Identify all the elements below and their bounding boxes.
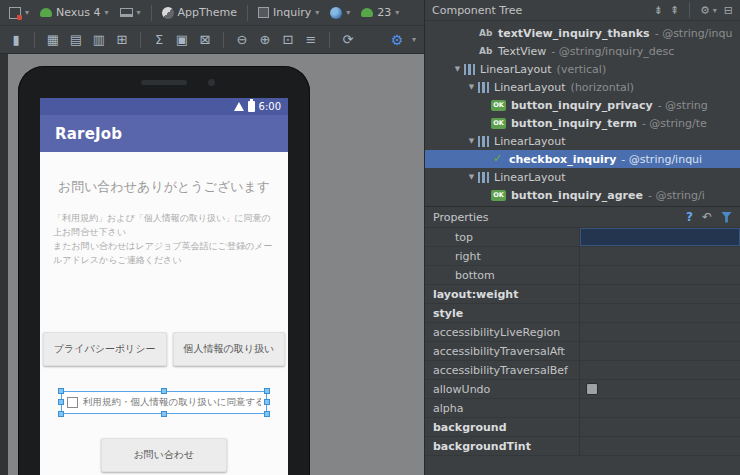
property-row-alpha[interactable]: alpha	[425, 399, 740, 418]
property-name[interactable]: background	[425, 418, 580, 436]
refresh-icon[interactable]: ⟳	[340, 32, 356, 47]
tree-item-detail: (vertical)	[557, 63, 607, 76]
property-name[interactable]: right	[425, 247, 580, 265]
property-name[interactable]: top	[425, 228, 580, 246]
checkbox-box[interactable]	[67, 397, 78, 408]
property-row-allow-undo[interactable]: allowUndo	[425, 380, 740, 399]
settings-gear-icon[interactable]: ⚙	[389, 32, 405, 48]
property-name[interactable]: style	[425, 304, 580, 322]
scroll-down-icon[interactable]: ⇟	[653, 4, 662, 17]
selected-checkbox-widget[interactable]: 利用規約・個人情報の取り扱いに同意する	[61, 391, 267, 414]
property-value[interactable]	[580, 228, 740, 246]
selection-handle[interactable]	[58, 411, 64, 417]
tree-item-label: LinearLayout	[494, 135, 566, 148]
undo-icon[interactable]: ↶	[702, 210, 712, 224]
expand-arrow-icon[interactable]: ▼	[465, 83, 478, 91]
terms-button[interactable]: 個人情報の取り扱い	[173, 332, 286, 366]
selection-handle[interactable]	[161, 388, 167, 394]
property-row-right[interactable]: right	[425, 247, 740, 266]
blueprint-mode-icon[interactable]: ▤	[68, 32, 84, 47]
property-name[interactable]: alpha	[425, 399, 580, 417]
property-value[interactable]	[580, 266, 740, 284]
tree-item-linearlayout-3[interactable]: ▼ LinearLayout	[425, 168, 740, 186]
tree-item-button-term[interactable]: OK button_inquiry_term - @string/te	[425, 114, 740, 132]
thanks-textview[interactable]: お問い合わせありがとうございます	[40, 178, 288, 196]
property-row-accessibility-live-region[interactable]: accessibilityLiveRegion	[425, 323, 740, 342]
device-selector[interactable]: Nexus 4 ▾	[36, 4, 113, 21]
selection-handle[interactable]	[264, 399, 270, 405]
property-row-background[interactable]: background	[425, 418, 740, 437]
tree-item-linearlayout-vertical[interactable]: ▼ LinearLayout (vertical)	[425, 60, 740, 78]
tree-item-button-agree[interactable]: OK button_inquiry_agree - @string/i	[425, 186, 740, 204]
grid-icon[interactable]: ⊞	[114, 32, 130, 47]
property-name[interactable]: bottom	[425, 266, 580, 284]
property-value[interactable]	[580, 304, 740, 322]
property-value[interactable]	[580, 342, 740, 360]
designer-surface-selector[interactable]: ▾	[5, 5, 33, 21]
property-row-style[interactable]: style	[425, 304, 740, 323]
property-value[interactable]	[580, 247, 740, 265]
property-row-accessibility-traversal-after[interactable]: accessibilityTraversalAft	[425, 342, 740, 361]
property-row-accessibility-traversal-before[interactable]: accessibilityTraversalBef	[425, 361, 740, 380]
expand-arrow-icon[interactable]: ▼	[451, 65, 464, 73]
property-value[interactable]	[580, 418, 740, 436]
gear-icon[interactable]: ⚙	[700, 4, 710, 17]
tree-item-label: LinearLayout	[494, 171, 566, 184]
lines-icon[interactable]: ≡	[303, 32, 319, 47]
help-icon[interactable]: ?	[686, 210, 693, 224]
filter-icon[interactable]	[721, 212, 732, 223]
design-surface[interactable]: 6:00 RareJob お問い合わせありがとうございます 「利用規約」および「…	[0, 54, 424, 475]
property-row-layout-weight[interactable]: layout:weight	[425, 285, 740, 304]
submit-inquiry-button[interactable]: お問い合わせ	[101, 438, 228, 472]
design-mode-icon[interactable]: ▦	[45, 32, 61, 47]
property-name[interactable]: accessibilityLiveRegion	[425, 323, 580, 341]
description-textview[interactable]: 「利用規約」および「個人情報の取り扱い」に同意の上お問合せ下さい またお問い合わ…	[53, 212, 275, 268]
close-variant-icon[interactable]: ⊠	[197, 32, 213, 47]
expand-arrow-icon[interactable]: ▼	[465, 173, 478, 181]
scroll-up-icon[interactable]: ⇞	[670, 4, 679, 17]
variants-icon[interactable]: ▮	[8, 32, 24, 47]
tree-item-textview-thanks[interactable]: Ab textView_inquiry_thanks - @string/inq…	[425, 24, 740, 42]
property-name[interactable]: backgroundTint	[425, 437, 580, 455]
property-value[interactable]	[580, 399, 740, 417]
zoom-out-icon[interactable]: ⊖	[234, 32, 250, 47]
property-value[interactable]	[580, 323, 740, 341]
selection-handle[interactable]	[58, 399, 64, 405]
tree-item-checkbox-inquiry[interactable]: ✓ checkbox_inquiry - @string/inqui	[425, 150, 740, 168]
activity-selector[interactable]: Inquiry ▾	[254, 4, 323, 21]
preview-panel-icon[interactable]: ▣	[174, 32, 190, 47]
property-name[interactable]: layout:weight	[425, 285, 580, 303]
tree-item-linearlayout-horizontal[interactable]: ▼ LinearLayout (horizontal)	[425, 78, 740, 96]
api-version-selector[interactable]: 23 ▾	[357, 4, 403, 21]
android-device-icon	[40, 8, 52, 17]
tree-item-button-privacy[interactable]: OK button_inquiry_privacy - @string	[425, 96, 740, 114]
zoom-in-icon[interactable]: ⊕	[257, 32, 273, 47]
property-value[interactable]	[580, 361, 740, 379]
property-name[interactable]: accessibilityTraversalAft	[425, 342, 580, 360]
property-row-bottom[interactable]: bottom	[425, 266, 740, 285]
property-row-top[interactable]: top	[425, 228, 740, 247]
tree-item-textview-desc[interactable]: Ab TextView - @string/inquiry_desc	[425, 42, 740, 60]
property-row-background-tint[interactable]: backgroundTint	[425, 437, 740, 456]
hide-panel-icon[interactable]: ⊟	[724, 4, 733, 17]
orientation-icon[interactable]: ▥	[91, 32, 107, 47]
sum-icon[interactable]: Σ	[151, 32, 167, 47]
property-value[interactable]	[580, 437, 740, 455]
privacy-policy-button[interactable]: プライバシーポリシー	[43, 332, 167, 366]
locale-selector[interactable]: ▾	[326, 5, 354, 21]
allow-undo-checkbox[interactable]	[586, 383, 598, 395]
selection-handle[interactable]	[264, 388, 270, 394]
orientation-selector[interactable]: ▾	[116, 6, 145, 19]
property-value[interactable]	[580, 380, 740, 398]
property-name[interactable]: accessibilityTraversalBef	[425, 361, 580, 379]
tree-item-label: checkbox_inquiry	[509, 153, 616, 166]
expand-arrow-icon[interactable]: ▼	[465, 137, 478, 145]
selection-handle[interactable]	[264, 411, 270, 417]
tree-item-linearlayout-2[interactable]: ▼ LinearLayout	[425, 132, 740, 150]
property-value[interactable]	[580, 285, 740, 303]
property-name[interactable]: allowUndo	[425, 380, 580, 398]
zoom-fit-icon[interactable]: ⊡	[280, 32, 296, 47]
selection-handle[interactable]	[161, 411, 167, 417]
theme-selector[interactable]: AppTheme	[158, 4, 241, 21]
selection-handle[interactable]	[58, 388, 64, 394]
